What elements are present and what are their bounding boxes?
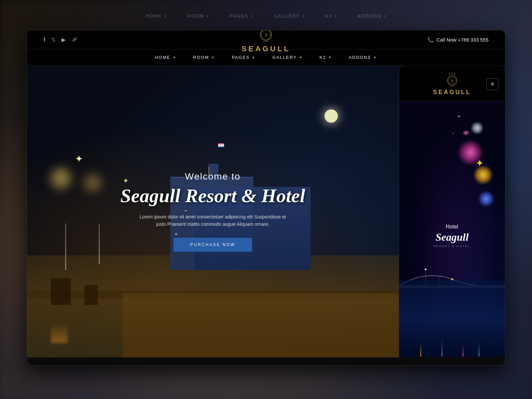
background-nav: HOME ✦ ROOM ✦ PAGES ✦ GALLERY ✦ K2 ✦ ADD… — [0, 13, 532, 19]
bg-nav-room-icon: ✦ — [206, 14, 209, 18]
bg-nav-addons: ADDONS ✦ — [357, 13, 387, 19]
hero-welcome-text: Welcome to — [120, 171, 305, 182]
nav-addons[interactable]: ADDONS ✦ — [349, 55, 377, 60]
bg-nav-home: HOME ✦ — [145, 13, 167, 19]
bg-nav-k2-icon: ✦ — [334, 14, 337, 18]
twitter-icon[interactable]: 𝕏 — [51, 37, 56, 43]
call-now-text: Call Now +789 333 555 — [437, 37, 488, 43]
svg-text:✦ ✦ ✦: ✦ ✦ ✦ — [449, 73, 456, 75]
mobile-hotel-info: Hotel Seagull RESORT & HOTEL — [399, 217, 505, 254]
bg-nav-pages: PAGES ✦ — [229, 13, 254, 19]
hero-description: Lorem ipsum dolor sit amet consectetuer … — [138, 213, 288, 228]
facebook-icon[interactable]: f — [44, 37, 45, 43]
bg-nav-gallery-icon: ✦ — [302, 14, 305, 18]
bg-nav-k2: K2 ✦ — [325, 13, 337, 19]
main-window: f 𝕏 ▶ 𝒫 ✦ ✦ ✦ S ✦ ✦ ✦ SEAGULL — [27, 30, 505, 366]
bg-nav-gallery: GALLERY ✦ — [274, 13, 305, 19]
nav-gallery[interactable]: GALLERY ✦ — [272, 55, 303, 60]
call-now: 📞 Call Now +789 333 555 — [427, 37, 488, 43]
svg-text:✦ ✦ ✦: ✦ ✦ ✦ — [263, 41, 269, 43]
nav-gallery-icon: ✦ — [299, 55, 303, 60]
social-icons: f 𝕏 ▶ 𝒫 — [44, 36, 76, 43]
hero-section: ✦ ✦ Welcome to Seagull Resort & Hotel Lo… — [27, 66, 505, 357]
svg-text:✦ ✦ ✦: ✦ ✦ ✦ — [450, 85, 455, 87]
nav-pages[interactable]: PAGES ✦ — [232, 55, 256, 60]
purchase-button[interactable]: PURCHASE NOW — [174, 238, 252, 252]
bg-nav-room: ROOM ✦ — [187, 13, 210, 19]
nav-k2[interactable]: K2 ✦ — [320, 55, 332, 60]
svg-text:S: S — [451, 78, 453, 83]
mobile-logo: ✦ ✦ ✦ S ✦ ✦ ✦ SEAGULL — [418, 72, 486, 96]
pinterest-icon[interactable]: 𝒫 — [71, 36, 76, 43]
hero-content: Welcome to Seagull Resort & Hotel Lorem … — [114, 171, 312, 252]
hero-title: Seagull Resort & Hotel — [120, 185, 305, 206]
nav-k2-icon: ✦ — [328, 55, 332, 60]
bg-nav-pages-icon: ✦ — [251, 14, 254, 18]
logo: ✦ ✦ ✦ S ✦ ✦ ✦ SEAGULL — [241, 30, 290, 53]
brand-name: SEAGULL — [241, 45, 290, 53]
mobile-menu-button[interactable]: ≡ — [486, 78, 498, 90]
nav-room-icon: ✦ — [211, 55, 215, 60]
mobile-header: ✦ ✦ ✦ S ✦ ✦ ✦ SEAGULL ≡ — [399, 66, 505, 101]
youtube-icon[interactable]: ▶ — [62, 37, 66, 43]
mobile-mockup: ✦ ✦ ✦ S ✦ ✦ ✦ SEAGULL ≡ * — [399, 66, 505, 357]
nav-home-icon: ✦ — [173, 55, 177, 60]
mobile-hotel-name: Seagull — [406, 231, 498, 243]
nav-room[interactable]: ROOM ✦ — [193, 55, 215, 60]
bg-nav-home-icon: ✦ — [164, 14, 167, 18]
nav-pages-icon: ✦ — [252, 55, 256, 60]
mobile-logo-emblem: ✦ ✦ ✦ S ✦ ✦ ✦ — [444, 72, 461, 89]
mobile-hero: * * * * ✦ — [399, 101, 505, 356]
svg-text:S: S — [265, 32, 267, 38]
nav-addons-icon: ✦ — [373, 55, 377, 60]
phone-icon: 📞 — [427, 37, 434, 43]
nav-home[interactable]: HOME ✦ — [155, 55, 177, 60]
mobile-hotel-label: Hotel — [406, 224, 498, 230]
site-header: f 𝕏 ▶ 𝒫 ✦ ✦ ✦ S ✦ ✦ ✦ SEAGULL — [27, 30, 505, 50]
logo-emblem: ✦ ✦ ✦ S ✦ ✦ ✦ — [257, 30, 275, 45]
bg-nav-addons-icon: ✦ — [383, 14, 387, 18]
mobile-hotel-tagline: RESORT & HOTEL — [406, 245, 498, 248]
svg-point-17 — [425, 268, 427, 270]
mobile-brand-name: SEAGULL — [433, 89, 471, 96]
